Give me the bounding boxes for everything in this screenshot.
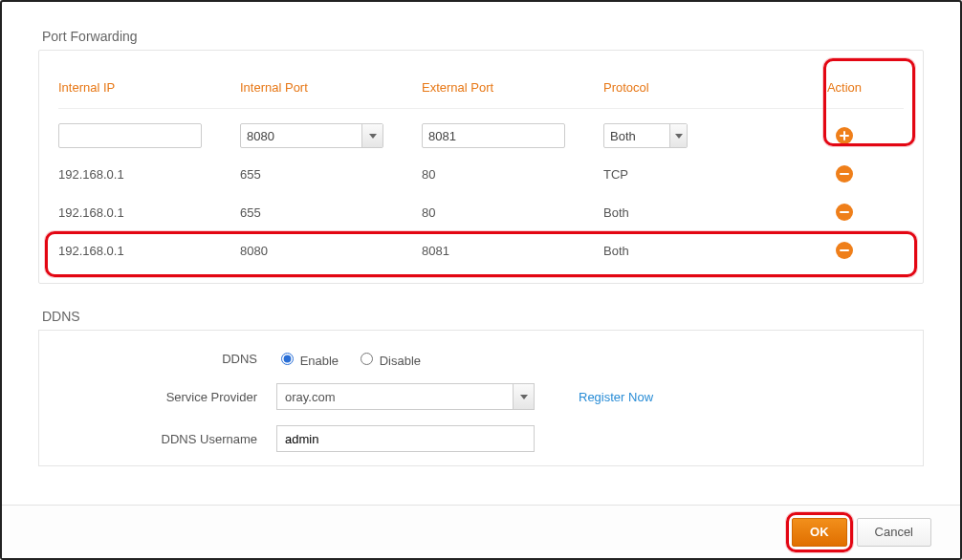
protocol-select[interactable]: Both — [603, 123, 688, 148]
col-internal-ip: Internal IP — [58, 76, 240, 98]
ddns-enable-radio[interactable] — [281, 353, 294, 365]
table-row: 192.168.0.1 8080 8081 Both — [58, 231, 904, 269]
ddns-label: DDNS — [58, 352, 276, 366]
cell-proto: Both — [603, 205, 785, 220]
protocol-value: Both — [610, 129, 636, 143]
table-row: 192.168.0.1 655 80 TCP — [58, 155, 904, 193]
chevron-down-icon[interactable] — [361, 124, 383, 147]
port-forwarding-section: Port Forwarding Internal IP Internal Por… — [38, 29, 924, 284]
ddns-enable-row: DDNS Enable Disable — [58, 350, 904, 368]
external-port-input[interactable] — [422, 123, 565, 148]
service-provider-select[interactable]: oray.com — [276, 383, 535, 410]
pf-input-row: 8080 Both — [58, 117, 904, 155]
disable-label: Disable — [380, 354, 421, 368]
register-now-link[interactable]: Register Now — [579, 390, 653, 404]
col-external-port: External Port — [422, 76, 603, 98]
cell-ip: 192.168.0.1 — [58, 167, 240, 182]
service-provider-value: oray.com — [285, 390, 336, 404]
port-forwarding-box: Internal IP Internal Port External Port … — [38, 50, 924, 284]
ok-button[interactable]: OK — [792, 518, 847, 547]
cell-iport: 655 — [240, 205, 422, 220]
divider — [58, 108, 904, 109]
internal-port-value: 8080 — [247, 129, 274, 143]
cancel-button[interactable]: Cancel — [857, 518, 931, 547]
cell-proto: TCP — [603, 167, 785, 182]
delete-rule-button[interactable] — [836, 204, 853, 221]
cell-iport: 8080 — [240, 244, 422, 258]
cell-eport: 80 — [422, 167, 603, 182]
ddns-title: DDNS — [42, 309, 924, 324]
dialog-footer: OK Cancel — [2, 505, 960, 558]
internal-ip-input[interactable] — [58, 123, 202, 148]
ddns-username-input[interactable] — [276, 425, 535, 452]
delete-rule-button[interactable] — [836, 242, 853, 259]
cell-eport: 80 — [422, 205, 603, 220]
col-internal-port: Internal Port — [240, 76, 422, 98]
chevron-down-icon[interactable] — [669, 124, 687, 147]
table-row: 192.168.0.1 655 80 Both — [58, 193, 904, 231]
ddns-box: DDNS Enable Disable Service Provider ora… — [38, 330, 924, 466]
col-action: Action — [785, 76, 904, 98]
internal-port-combo[interactable]: 8080 — [240, 123, 383, 148]
cell-proto: Both — [603, 244, 785, 258]
cell-ip: 192.168.0.1 — [58, 205, 240, 220]
chevron-down-icon[interactable] — [513, 384, 534, 409]
cell-ip: 192.168.0.1 — [58, 244, 240, 258]
port-forwarding-title: Port Forwarding — [42, 29, 924, 44]
service-provider-label: Service Provider — [58, 390, 276, 404]
ddns-section: DDNS DDNS Enable Disable Service Provide… — [38, 309, 924, 466]
cell-iport: 655 — [240, 167, 422, 182]
delete-rule-button[interactable] — [836, 165, 853, 183]
config-dialog: Port Forwarding Internal IP Internal Por… — [0, 0, 962, 560]
ddns-disable-radio[interactable] — [361, 353, 373, 365]
cell-eport: 8081 — [422, 244, 603, 258]
col-protocol: Protocol — [603, 76, 785, 98]
ddns-username-row: DDNS Username — [58, 425, 904, 452]
add-rule-button[interactable] — [836, 127, 853, 144]
ddns-provider-row: Service Provider oray.com Register Now — [58, 383, 904, 410]
ddns-username-label: DDNS Username — [58, 432, 276, 446]
pf-table-header: Internal IP Internal Port External Port … — [58, 68, 904, 106]
enable-label: Enable — [300, 354, 339, 368]
